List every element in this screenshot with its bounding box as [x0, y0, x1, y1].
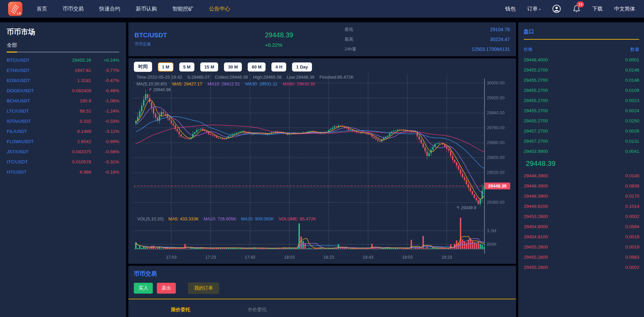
interval-button[interactable]: 1 M: [158, 62, 173, 72]
ob-amount: 0.0001: [625, 57, 639, 62]
orderbook-row[interactable]: 29457.27000.0026: [524, 126, 639, 136]
ob-price: 29455.2700: [524, 118, 548, 123]
ohlc-value: Low:29448.39: [287, 75, 314, 80]
my-orders-button[interactable]: 我的订单: [188, 282, 219, 294]
pair-price: 2.6542: [54, 139, 91, 144]
market-pair-row[interactable]: IOTA/USDT0.332-0.33%: [7, 116, 119, 126]
nav-item[interactable]: 快速合约: [99, 5, 120, 13]
svg-text:19:23: 19:23: [441, 255, 452, 260]
ob-amount: 0.0584: [625, 224, 639, 229]
candlestick-chart[interactable]: 30000.0029920.0029840.0029760.0029680.00…: [134, 74, 511, 264]
market-pair-row[interactable]: ETH/USDT1947.61-0.77%: [7, 65, 119, 75]
ob-price: 29448.3900: [524, 183, 548, 189]
orderbook-row[interactable]: 29455.27000.0250: [524, 116, 639, 126]
ob-amount: 0.0019: [625, 234, 639, 239]
orderbook-row[interactable]: 29455.27000.0024: [524, 105, 639, 116]
orderbook-row[interactable]: 29454.81000.0019: [524, 232, 639, 242]
ma-value: MA10: 29412.51: [208, 81, 240, 86]
ob-amount: 0.0109: [625, 88, 639, 93]
ob-amount: 0.0131: [625, 139, 639, 144]
orderbook-row[interactable]: 29455.27000.0109: [524, 85, 639, 95]
orderbook-row[interactable]: 29454.80000.0584: [524, 221, 639, 232]
buy-button[interactable]: 买入: [134, 283, 153, 294]
market-pair-row[interactable]: HT/USDT6.968-0.18%: [7, 167, 119, 177]
orderbook-row[interactable]: 29448.39000.0839: [524, 181, 639, 191]
ob-price: 29454.8000: [524, 224, 548, 229]
interval-toolbar: 时间1 M5 M15 M30 M60 M4 H1 Day: [134, 62, 511, 72]
orderbook-row[interactable]: 29449.82000.1014: [524, 201, 639, 211]
stat-value: 12503.170084131: [472, 46, 510, 52]
orderbook-row[interactable]: 29453.26000.0002: [524, 211, 639, 221]
market-pair-row[interactable]: BCH/USDT190.9-1.06%: [7, 96, 119, 106]
svg-text:29840.00: 29840.00: [487, 111, 504, 115]
account-avatar-button[interactable]: [552, 4, 561, 13]
orderbook-row[interactable]: 29448.39000.0140: [524, 171, 639, 181]
orderbook-row[interactable]: 29453.99000.0041: [524, 146, 639, 156]
interval-button[interactable]: 1 Day: [292, 62, 312, 72]
ob-amount: 0.0002: [625, 265, 639, 270]
market-pair-row[interactable]: JST/USDT0.042375-0.56%: [7, 146, 119, 157]
nav-item[interactable]: 新币认购: [136, 5, 157, 13]
market-pair-row[interactable]: EOS/USDT1.3181-0.47%: [7, 75, 119, 85]
orderbook-row[interactable]: 29448.40000.0001: [524, 55, 639, 65]
pair-name: ETH/USDT: [7, 68, 54, 73]
orderbook-row[interactable]: 29455.27000.0023: [524, 95, 639, 105]
notification-badge: 14: [577, 1, 584, 7]
nav-item[interactable]: 首页: [37, 5, 47, 13]
ob-price: 29448.4000: [524, 57, 548, 62]
orderbook-row[interactable]: 29455.27000.0146: [524, 75, 639, 85]
ob-price: 29455.2600: [524, 255, 548, 260]
orderbook-row[interactable]: 29448.39000.0170: [524, 191, 639, 201]
interval-button[interactable]: 5 M: [179, 62, 195, 72]
svg-text:3.2M: 3.2M: [487, 229, 496, 233]
chevron-down-icon: ▾: [539, 7, 541, 11]
market-pair-row[interactable]: FLOW/USDT2.6542-0.89%: [7, 136, 119, 146]
nav-item[interactable]: 公告中心: [209, 5, 230, 13]
nav-item[interactable]: 智能挖矿: [172, 5, 193, 13]
tab-all-markets[interactable]: 全部: [7, 42, 17, 53]
ob-amount: 0.0023: [625, 98, 639, 103]
interval-button[interactable]: 60 M: [248, 62, 266, 72]
pair-change: -0.89%: [91, 139, 119, 144]
orderbook-row[interactable]: 29455.27000.0146: [524, 65, 639, 75]
brand-logo[interactable]: LA: [8, 2, 22, 16]
nav-orders-menu[interactable]: 订单▾: [527, 5, 541, 13]
orderbook-row[interactable]: 29455.26000.0002: [524, 262, 639, 272]
market-pair-row[interactable]: BTC/USDT29455.26+0.24%: [7, 55, 119, 65]
nav-wallet-link[interactable]: 钱包: [505, 5, 516, 13]
pair-name: BTC/USDT: [7, 58, 54, 63]
market-pair-row[interactable]: LTC/USDT68.52-1.24%: [7, 106, 119, 116]
market-pair-row[interactable]: ITC/USDT0.010578-0.31%: [7, 157, 119, 167]
nav-language-select[interactable]: 中文简体: [614, 5, 635, 13]
ma-value: MA5: 29427.17: [172, 81, 202, 86]
nav-download-link[interactable]: 下载: [592, 5, 603, 13]
interval-button[interactable]: 4 H: [271, 62, 286, 72]
vol-label: VOL(5,10,20): [137, 216, 164, 221]
market-pair-row[interactable]: DOGE/USDT0.082409-0.46%: [7, 85, 119, 96]
interval-button[interactable]: 15 M: [200, 62, 218, 72]
ob-amount: 0.0019: [625, 244, 639, 250]
market-pair-row[interactable]: FIL/USDT8.1489-3.11%: [7, 126, 119, 136]
pair-change: -1.24%: [91, 108, 119, 114]
vol-ma-value: VOLUME: 85.472K: [278, 216, 316, 221]
pair-change: -0.56%: [91, 149, 119, 154]
ob-price: 29455.2700: [524, 98, 548, 103]
orderbook-row[interactable]: 29455.26000.0019: [524, 242, 639, 252]
notifications-button[interactable]: 14: [573, 4, 581, 13]
time-label-button[interactable]: 时间: [134, 62, 152, 72]
pair-change: -0.33%: [91, 119, 119, 124]
nav-orders-label: 订单: [527, 6, 538, 12]
pair-price: 68.52: [54, 108, 91, 114]
svg-text:17:43: 17:43: [245, 255, 255, 260]
orderbook-row[interactable]: 29455.26000.0983: [524, 252, 639, 262]
ob-amount: 0.0839: [625, 183, 639, 189]
svg-text:29360.00: 29360.00: [487, 200, 504, 205]
sell-button[interactable]: 卖出: [157, 283, 176, 294]
interval-button[interactable]: 30 M: [224, 62, 242, 72]
pair-price: 1.3181: [54, 78, 91, 83]
ma-value: MA30: 29531.11: [245, 81, 277, 86]
order-type-tab[interactable]: 市价委托: [248, 307, 267, 313]
orderbook-row[interactable]: 29457.27000.0131: [524, 136, 639, 146]
nav-item[interactable]: 币币交易: [63, 5, 84, 13]
order-type-tab[interactable]: 限价委托: [171, 307, 190, 313]
